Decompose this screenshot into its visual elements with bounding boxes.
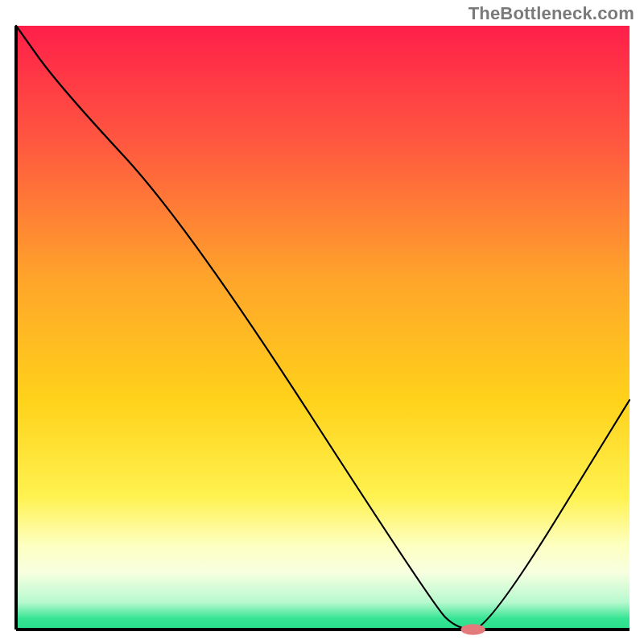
watermark-label: TheBottleneck.com bbox=[469, 3, 634, 24]
plot-background bbox=[16, 26, 630, 630]
bottleneck-chart bbox=[0, 0, 644, 644]
chart-container: TheBottleneck.com bbox=[0, 0, 644, 644]
minimum-marker bbox=[460, 624, 485, 635]
